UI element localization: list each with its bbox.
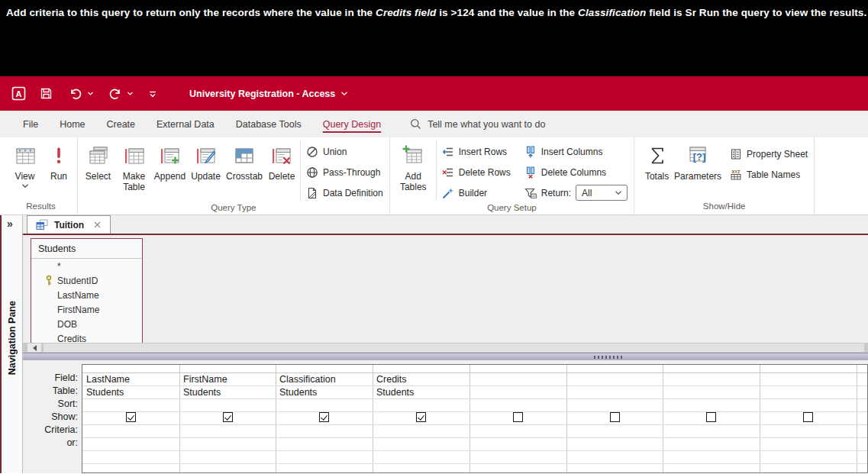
grid-row-label-sort: Sort:: [23, 398, 78, 411]
pane-splitter[interactable]: [23, 353, 868, 360]
add-tables-icon: [402, 144, 424, 167]
ribbon: View Run Results Select: [0, 137, 868, 215]
insert-rows-button[interactable]: Insert Rows: [438, 141, 515, 162]
scroll-left-button[interactable]: [27, 343, 41, 352]
save-icon[interactable]: [40, 87, 53, 100]
show-checkbox[interactable]: [706, 412, 716, 422]
grid-row-label-or: or:: [23, 437, 78, 450]
field-list-item-star[interactable]: *: [31, 259, 142, 273]
scroll-left-arrow-icon: [33, 345, 37, 351]
grid-cell-table[interactable]: Students: [376, 386, 414, 398]
union-button-label: Union: [323, 147, 347, 157]
union-button[interactable]: Union: [302, 141, 387, 162]
ribbon-tab-create[interactable]: Create: [96, 111, 147, 137]
banner-text-segment: Add criteria to this query to return onl…: [6, 7, 376, 18]
grid-cell-table[interactable]: Students: [279, 386, 317, 398]
show-checkbox[interactable]: [126, 412, 136, 422]
grid-row-label-field: Field:: [23, 372, 78, 385]
view-button[interactable]: View: [7, 137, 43, 202]
ribbon-tab-home[interactable]: Home: [49, 111, 95, 137]
add-tables-button[interactable]: Add Tables: [395, 137, 431, 203]
crosstab-query-button[interactable]: Crosstab: [224, 137, 265, 203]
ribbon-tab-file[interactable]: File: [12, 111, 49, 137]
customize-quick-access-toolbar-icon[interactable]: [148, 90, 157, 98]
show-checkbox[interactable]: [513, 412, 523, 422]
title-dropdown-icon[interactable]: [341, 92, 347, 95]
property-sheet-button[interactable]: Property Sheet: [726, 143, 812, 164]
grid-cell-field[interactable]: Classification: [279, 373, 336, 385]
data-definition-button[interactable]: Data Definition: [302, 182, 387, 203]
pass-through-button[interactable]: Pass-Through: [302, 162, 387, 182]
parameters-button[interactable]: [?] Parameters: [674, 137, 721, 202]
show-checkbox[interactable]: [610, 412, 620, 422]
show-checkbox[interactable]: [223, 412, 233, 422]
field-list-item-dob[interactable]: DOB: [31, 317, 142, 331]
tell-me-box[interactable]: Tell me what you want to do: [410, 118, 545, 130]
ribbon-tab-external-data[interactable]: External Data: [146, 111, 225, 137]
property-sheet-button-label: Property Sheet: [747, 149, 808, 160]
ribbon-tab-database-tools[interactable]: Database Tools: [225, 111, 312, 137]
grid-row-line: [82, 463, 867, 464]
return-dropdown[interactable]: All: [576, 185, 628, 201]
ribbon-tab-query-design[interactable]: Query Design: [312, 111, 392, 137]
delete-query-icon: [270, 144, 293, 167]
splitter-grip-icon[interactable]: [594, 356, 623, 359]
show-checkbox[interactable]: [803, 412, 813, 422]
field-list-item-studentid[interactable]: StudentID: [31, 273, 142, 288]
horizontal-scrollbar[interactable]: [23, 343, 868, 353]
append-query-button[interactable]: Append: [152, 137, 188, 203]
grid-cell-field[interactable]: FirstName: [183, 373, 227, 385]
tab-tuition[interactable]: Tuition: [27, 215, 111, 234]
insert-columns-button[interactable]: Insert Columns: [521, 141, 631, 162]
select-button-label: Select: [86, 171, 111, 182]
table-names-button[interactable]: XYZ Table Names: [726, 164, 812, 185]
tab-close-icon[interactable]: [93, 221, 102, 229]
field-list-item-lastname[interactable]: LastName: [31, 288, 142, 302]
totals-button[interactable]: Totals: [640, 137, 674, 202]
undo-dropdown-icon[interactable]: [88, 92, 93, 95]
ribbon-inner-divider: [436, 140, 437, 200]
grid-row-line: [82, 450, 867, 451]
grid-cell-field[interactable]: Credits: [376, 373, 407, 385]
nav-pane-expand-icon[interactable]: »: [7, 218, 13, 230]
ribbon-group-results: View Run Results: [0, 137, 78, 214]
delete-columns-button[interactable]: Delete Columns: [521, 162, 631, 182]
return-dropdown-chevron-icon: [615, 191, 621, 195]
group-label-query-setup: Query Setup: [390, 203, 634, 216]
grid-cell-field[interactable]: LastName: [86, 373, 130, 385]
svg-text:XYZ: XYZ: [732, 169, 741, 174]
show-checkbox[interactable]: [319, 412, 329, 422]
grid-row-line: [82, 411, 867, 412]
redo-icon[interactable]: [108, 87, 122, 101]
query-table-pane[interactable]: Students *StudentIDLastNameFirstNameDOBC…: [23, 235, 868, 343]
query-design-grid[interactable]: LastNameStudentsFirstNameStudentsClassif…: [82, 364, 868, 473]
delete-rows-button[interactable]: Delete Rows: [438, 162, 515, 182]
crosstab-button-label: Crosstab: [226, 171, 263, 182]
undo-icon[interactable]: [69, 87, 82, 101]
select-query-button[interactable]: Select: [80, 137, 116, 203]
redo-dropdown-icon[interactable]: [127, 92, 133, 95]
grid-cell-table[interactable]: Students: [86, 386, 124, 398]
run-button[interactable]: Run: [43, 137, 75, 202]
field-list-students[interactable]: Students *StudentIDLastNameFirstNameDOBC…: [31, 238, 143, 345]
banner-text-segment: Credits field: [376, 7, 436, 18]
navigation-pane-collapsed[interactable]: » Navigation Pane: [2, 215, 23, 473]
delete-query-button[interactable]: Delete: [265, 137, 298, 203]
data-definition-icon: [306, 187, 318, 199]
grid-cell-table[interactable]: Students: [183, 386, 221, 398]
banner-text-segment: Sr: [686, 7, 696, 18]
grid-column-line: [760, 365, 760, 472]
builder-button[interactable]: Builder: [438, 182, 515, 203]
field-list-item-firstname[interactable]: FirstName: [31, 302, 142, 317]
instruction-banner: Add criteria to this query to return onl…: [0, 0, 868, 76]
access-app-icon[interactable]: A: [11, 86, 26, 101]
grid-column-line: [373, 365, 373, 472]
update-query-button[interactable]: Update: [188, 137, 224, 203]
delete-rows-icon: [442, 166, 454, 179]
make-table-query-button[interactable]: Make Table: [116, 137, 152, 203]
show-checkbox[interactable]: [416, 412, 426, 422]
delete-columns-icon: [524, 166, 537, 179]
query-setup-small-buttons-2: Insert Columns Delete Columns 10 Return:…: [521, 137, 631, 203]
field-list-title[interactable]: Students: [31, 239, 142, 259]
scrollbar-thumb[interactable]: [44, 343, 864, 352]
